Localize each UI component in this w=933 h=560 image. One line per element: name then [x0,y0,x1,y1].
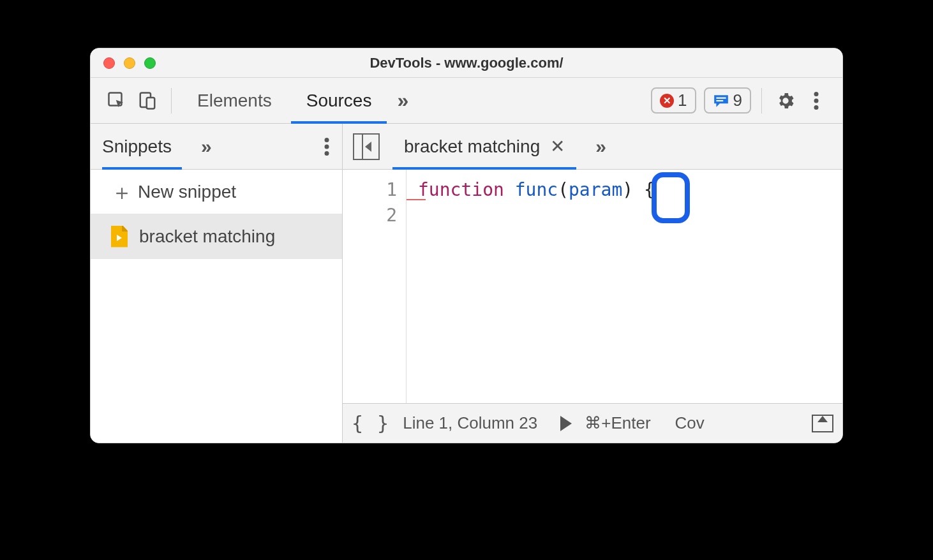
annotation-highlight [652,172,690,223]
main-panel: Snippets » ＋ New snippet bracket matchin… [91,124,842,443]
code-keyword: function [418,179,504,200]
editor-panel: bracket matching ✕ » 1 2 function func(p… [343,124,842,443]
svg-rect-3 [716,97,726,98]
run-shortcut: ⌘+Enter [585,413,650,433]
kebab-menu-icon[interactable] [803,87,830,114]
svg-rect-2 [147,98,155,109]
error-icon: ✕ [660,94,674,108]
more-tabs-icon[interactable]: » [391,89,415,112]
messages-badge[interactable]: 9 [704,87,751,114]
sidebar-tab-snippets[interactable]: Snippets [102,124,182,170]
more-sidebar-tabs-icon[interactable]: » [201,136,212,158]
main-toolbar: Elements Sources » ✕ 1 9 [91,78,842,124]
plus-icon: ＋ [111,181,126,203]
svg-point-9 [325,144,329,149]
devtools-window: DevTools - www.google.com/ Elements Sour… [90,48,843,443]
code-param: param [569,179,622,200]
traffic-lights [91,57,156,69]
coverage-label[interactable]: Cov [675,413,705,433]
zoom-window-button[interactable] [144,57,156,69]
errors-count: 1 [678,91,687,110]
error-underline [407,199,426,200]
code-space [633,179,644,200]
titlebar: DevTools - www.google.com/ [91,48,842,78]
errors-badge[interactable]: ✕ 1 [651,87,696,114]
line-number: 2 [343,203,397,228]
svg-point-6 [814,98,819,103]
sidebar-more-icon[interactable] [324,138,329,156]
navigator-toggle-icon[interactable] [353,133,380,160]
code-editor[interactable]: 1 2 function func(param) { [343,170,842,403]
divider [171,88,172,114]
code-open-paren: ( [558,179,569,200]
editor-tab[interactable]: bracket matching ✕ [392,124,576,170]
svg-point-10 [325,151,329,156]
line-gutter: 1 2 [343,170,407,403]
more-editor-tabs-icon[interactable]: » [595,136,606,158]
settings-icon[interactable] [772,87,799,114]
tab-sources[interactable]: Sources [291,78,387,124]
code-funcname: func [515,179,558,200]
svg-rect-4 [716,99,723,101]
sidebar: Snippets » ＋ New snippet bracket matchin… [91,124,343,443]
svg-point-7 [814,105,819,110]
device-toolbar-icon[interactable] [134,87,161,114]
new-snippet-label: New snippet [138,182,236,202]
snippet-list: bracket matching [91,214,342,443]
messages-count: 9 [733,91,742,110]
snippet-item[interactable]: bracket matching [91,214,342,259]
close-window-button[interactable] [103,57,115,69]
run-icon[interactable] [560,416,572,431]
format-button[interactable]: { } [352,412,390,434]
snippet-file-icon [111,226,128,247]
svg-point-8 [325,138,329,142]
tab-elements[interactable]: Elements [182,78,287,124]
snippet-item-label: bracket matching [139,226,275,247]
editor-statusbar: { } Line 1, Column 23 ⌘+Enter Cov [343,403,842,443]
drawer-toggle-icon[interactable] [812,415,833,432]
inspect-element-icon[interactable] [103,87,130,114]
editor-tab-label: bracket matching [404,136,540,157]
minimize-window-button[interactable] [124,57,135,69]
close-tab-icon[interactable]: ✕ [550,136,565,157]
code-content: function func(param) { [407,170,655,403]
new-snippet-button[interactable]: ＋ New snippet [91,170,342,214]
line-number: 1 [343,177,397,203]
svg-point-5 [814,92,819,96]
editor-tabs: bracket matching ✕ » [343,124,842,170]
divider [761,88,762,114]
sidebar-tabs: Snippets » [91,124,342,170]
window-title: DevTools - www.google.com/ [91,55,842,71]
code-close-paren: ) [622,179,633,200]
message-icon [713,94,729,108]
cursor-position: Line 1, Column 23 [403,413,537,433]
